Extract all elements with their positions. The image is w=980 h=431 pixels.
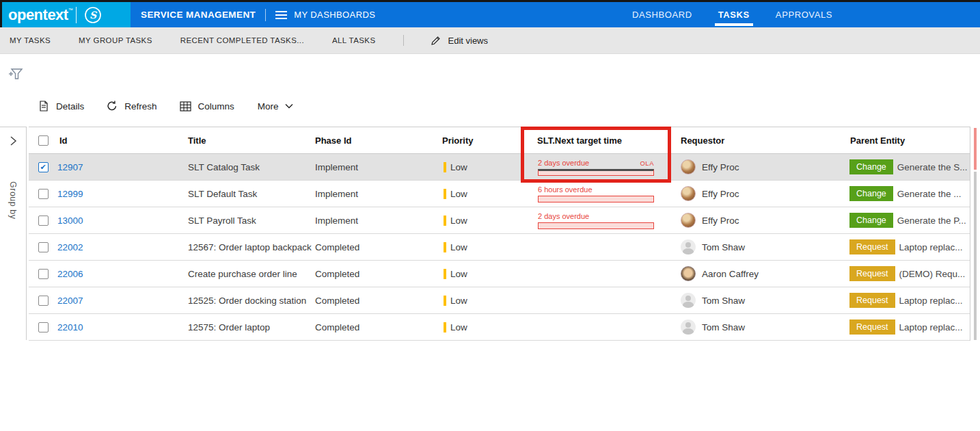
top-nav-bar: opentext™ S SERVICE MANAGEMENT MY DASHBO… <box>0 0 980 27</box>
parent-badge[interactable]: Request <box>849 293 895 308</box>
task-id-link[interactable]: 22007 <box>57 296 83 306</box>
parent-badge[interactable]: Request <box>849 319 895 335</box>
parent-title: Generate the P... <box>897 216 966 226</box>
my-dashboards-menu[interactable]: MY DASHBOARDS <box>275 10 375 20</box>
priority-cell: Low <box>437 296 530 306</box>
view-tab[interactable]: RECENT COMPLETED TASKS... <box>180 36 304 44</box>
priority-cell: Low <box>437 189 530 199</box>
top-nav: DASHBOARDTASKSAPPROVALS <box>632 2 832 27</box>
tasks-table: IdTitlePhase IdPrioritySLT.Next target t… <box>29 127 970 341</box>
group-by-label: Group by <box>8 181 18 219</box>
row-checkbox[interactable] <box>38 269 49 279</box>
edit-views-label: Edit views <box>448 36 488 46</box>
svg-text:S: S <box>90 10 98 21</box>
table-row[interactable]: 22006 Create purchase order line Complet… <box>29 261 970 287</box>
requestor-cell: Effy Proc <box>673 186 844 201</box>
priority-color-bar <box>444 242 446 252</box>
more-button[interactable]: More <box>258 101 293 112</box>
filter-button[interactable] <box>8 66 24 84</box>
table-header-row: IdTitlePhase IdPrioritySLT.Next target t… <box>29 127 970 154</box>
priority-color-bar <box>444 216 446 226</box>
slt-cell: 2 days overdue <box>530 212 673 229</box>
slt-cell: 6 hours overdue <box>530 185 673 203</box>
column-header[interactable]: Phase Id <box>313 135 437 146</box>
parent-badge[interactable]: Change <box>849 186 893 201</box>
task-id-link[interactable]: 22002 <box>57 242 83 252</box>
parent-title: Generate the S... <box>897 162 968 172</box>
requestor-cell: Effy Proc <box>673 213 844 228</box>
details-button[interactable]: Details <box>38 100 84 112</box>
requestor-name: Tom Shaw <box>702 322 745 332</box>
priority-color-bar <box>444 322 446 332</box>
column-header[interactable]: Title <box>186 135 313 146</box>
my-dashboards-label: MY DASHBOARDS <box>294 10 375 20</box>
top-nav-item[interactable]: TASKS <box>718 2 750 27</box>
row-checkbox[interactable] <box>38 322 49 332</box>
group-by-panel: Group by <box>0 127 27 340</box>
table-row[interactable]: 12907 SLT Catalog Task Implement Low 2 d… <box>29 154 970 181</box>
parent-badge[interactable]: Change <box>849 159 893 174</box>
column-header[interactable]: Requestor <box>673 135 844 146</box>
priority-label: Low <box>450 189 467 199</box>
task-title: 12567: Order laptop backpack <box>186 242 313 252</box>
refresh-button[interactable]: Refresh <box>106 100 156 112</box>
view-tab[interactable]: ALL TASKS <box>332 36 375 44</box>
column-header[interactable]: Parent Entity <box>844 135 970 146</box>
task-title: 12575: Order laptop <box>186 322 313 332</box>
view-tab[interactable]: MY TASKS <box>10 36 51 44</box>
table-row[interactable]: 22010 12575: Order laptop Completed Low … <box>29 314 970 341</box>
table-row[interactable]: 22007 12525: Order docking station Compl… <box>29 287 970 314</box>
parent-badge[interactable]: Change <box>849 213 893 228</box>
parent-title: Laptop replac... <box>899 322 963 332</box>
requestor-cell: Aaron Caffrey <box>673 266 844 281</box>
brand-divider <box>76 7 77 23</box>
view-tab[interactable]: MY GROUP TASKS <box>79 36 152 44</box>
table-row[interactable]: 13000 SLT Payroll Task Implement Low 2 d… <box>29 207 970 234</box>
column-header[interactable]: Id <box>57 135 186 146</box>
requestor-cell: Tom Shaw <box>673 293 844 308</box>
topbar-divider <box>265 9 266 21</box>
edit-views-button[interactable]: Edit views <box>430 35 488 47</box>
chevron-down-icon <box>285 103 293 109</box>
grid-toolbar: Details Refresh Columns More <box>38 100 293 112</box>
row-checkbox[interactable] <box>38 242 49 252</box>
top-nav-item[interactable]: DASHBOARD <box>632 2 692 27</box>
expand-group-by-button[interactable] <box>9 135 17 148</box>
priority-label: Low <box>450 162 467 172</box>
task-id-link[interactable]: 12999 <box>57 189 83 199</box>
column-header[interactable]: SLT.Next target time <box>530 135 673 146</box>
task-id-link[interactable]: 12907 <box>57 162 83 172</box>
task-id-link[interactable]: 22010 <box>57 322 83 332</box>
select-all-checkbox[interactable] <box>38 135 49 146</box>
vertical-scrollbar[interactable] <box>974 172 977 340</box>
row-checkbox-cell <box>29 162 57 172</box>
parent-badge[interactable]: Request <box>849 239 895 254</box>
slt-label: 6 hours overdue <box>538 185 593 194</box>
priority-color-bar <box>444 162 446 172</box>
slt-bar <box>538 222 654 229</box>
parent-entity-cell: Request (DEMO) Requ... <box>844 266 970 281</box>
chevron-right-icon <box>9 135 17 146</box>
table-row[interactable]: 22002 12567: Order laptop backpack Compl… <box>29 234 970 261</box>
column-header[interactable]: Priority <box>437 135 530 146</box>
parent-badge[interactable]: Request <box>849 266 895 281</box>
requestor-cell: Effy Proc <box>673 159 844 174</box>
row-checkbox[interactable] <box>38 216 49 226</box>
opentext-logo[interactable]: opentext™ <box>8 8 72 23</box>
task-id-link[interactable]: 22006 <box>57 269 83 279</box>
columns-button[interactable]: Columns <box>179 101 234 112</box>
table-row[interactable]: 12999 SLT Default Task Implement Low 6 h… <box>29 181 970 207</box>
priority-cell: Low <box>437 242 530 252</box>
row-checkbox[interactable] <box>38 296 49 306</box>
phase: Implement <box>313 216 437 226</box>
row-checkbox[interactable] <box>38 189 49 199</box>
requestor-name: Effy Proc <box>702 162 739 172</box>
columns-grid-icon <box>179 101 192 112</box>
task-id-link[interactable]: 13000 <box>57 216 83 226</box>
parent-entity-cell: Change Generate the P... <box>844 213 970 228</box>
refresh-icon <box>106 100 118 112</box>
priority-label: Low <box>450 242 467 252</box>
row-checkbox[interactable] <box>38 162 49 172</box>
top-nav-item[interactable]: APPROVALS <box>776 2 832 27</box>
phase: Completed <box>313 322 437 332</box>
